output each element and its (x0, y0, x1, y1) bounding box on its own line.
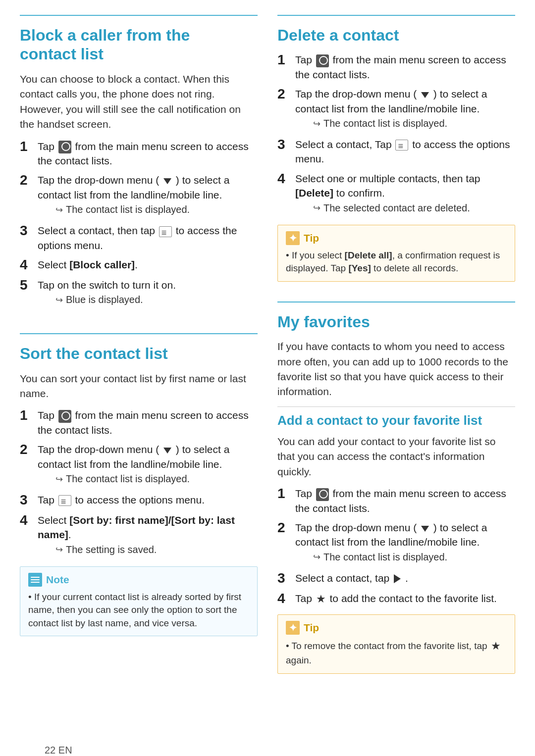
sub-note: ↪ The setting is saved. (55, 544, 258, 555)
tip-box: ✦ Tip • If you select [Delete all], a co… (277, 225, 515, 282)
step-item: 4 Select one or multiple contacts, then … (277, 171, 515, 217)
step-item: 2 Tap the drop-down menu ( ) to select a… (277, 520, 515, 566)
note-box: Note • If your current contact list is a… (20, 566, 258, 637)
play-icon (394, 574, 401, 583)
add-favorites-desc: You can add your contact to your favorit… (277, 434, 515, 479)
add-favorites-steps: 1 Tap from the main menu screen to acces… (277, 486, 515, 606)
note-icon (28, 573, 42, 587)
page-number: 22 EN (45, 745, 72, 756)
sub-note: ↪ The contact list is displayed. (313, 552, 515, 563)
step-item: 5 Tap on the switch to turn it on. ↪ Blu… (20, 278, 258, 308)
contacts-icon (316, 54, 329, 67)
contacts-icon (316, 488, 329, 501)
sub-note: ↪ The selected contact are deleted. (313, 202, 515, 214)
star-icon: ★ (491, 639, 501, 654)
step-item: 1 Tap from the main menu screen to acces… (20, 408, 258, 437)
step-item: 1 Tap from the main menu screen to acces… (277, 486, 515, 515)
dropdown-icon (163, 178, 171, 184)
sort-contact-title: Sort the contact list (20, 344, 258, 363)
sub-note: ↪ The contact list is displayed. (55, 204, 258, 215)
sub-note: ↪ The contact list is displayed. (55, 473, 258, 485)
step-item: 4 Tap ★ to add the contact to the favori… (277, 591, 515, 607)
step-item: 3 Select a contact, Tap to access the op… (277, 137, 515, 166)
step-item: 4 Select [Block caller]. (20, 257, 258, 273)
my-favorites-desc: If you have contacts to whom you need to… (277, 339, 515, 400)
dropdown-icon (421, 92, 429, 98)
step-item: 2 Tap the drop-down menu ( ) to select a… (20, 173, 258, 218)
step-item: 1 Tap from the main menu screen to acces… (277, 52, 515, 82)
dropdown-icon (163, 448, 171, 454)
my-favorites-section: My favorites If you have contacts to who… (277, 302, 515, 684)
block-caller-title: Block a caller from the contact list (20, 26, 258, 64)
sort-contact-desc: You can sort your contact list by first … (20, 371, 258, 402)
contacts-icon (58, 410, 71, 423)
delete-contact-section: Delete a contact 1 Tap from the main men… (277, 15, 515, 292)
block-caller-section: Block a caller from the contact list You… (20, 15, 258, 323)
tip-icon: ✦ (286, 231, 300, 245)
star-icon: ★ (316, 592, 326, 607)
block-caller-steps: 1 Tap from the main menu screen to acces… (20, 139, 258, 309)
tip-icon: ✦ (286, 621, 300, 635)
step-item: 3 Select a contact, then tap to access t… (20, 223, 258, 252)
step-item: 3 Select a contact, tap . (277, 571, 515, 586)
dropdown-icon (421, 526, 429, 532)
block-caller-desc: You can choose to block a contact. When … (20, 72, 258, 132)
step-item: 4 Select [Sort by: first name]/[Sort by:… (20, 513, 258, 558)
add-favorites-title: Add a contact to your favorite list (277, 413, 515, 428)
contacts-icon (58, 141, 71, 153)
step-item: 3 Tap to access the options menu. (20, 493, 258, 508)
delete-contact-steps: 1 Tap from the main menu screen to acces… (277, 52, 515, 216)
add-favorites-tip-box: ✦ Tip • To remove the contact from the f… (277, 614, 515, 673)
sort-contact-section: Sort the contact list You can sort your … (20, 333, 258, 646)
menu-icon (395, 140, 408, 151)
sub-note: ↪ The contact list is displayed. (313, 118, 515, 129)
step-item: 1 Tap from the main menu screen to acces… (20, 139, 258, 168)
menu-icon (159, 226, 172, 237)
sub-note: ↪ Blue is displayed. (55, 294, 258, 305)
my-favorites-title: My favorites (277, 312, 515, 331)
step-item: 2 Tap the drop-down menu ( ) to select a… (277, 87, 515, 132)
delete-contact-title: Delete a contact (277, 26, 515, 45)
menu-icon (58, 495, 71, 506)
step-item: 2 Tap the drop-down menu ( ) to select a… (20, 442, 258, 488)
sort-contact-steps: 1 Tap from the main menu screen to acces… (20, 408, 258, 558)
